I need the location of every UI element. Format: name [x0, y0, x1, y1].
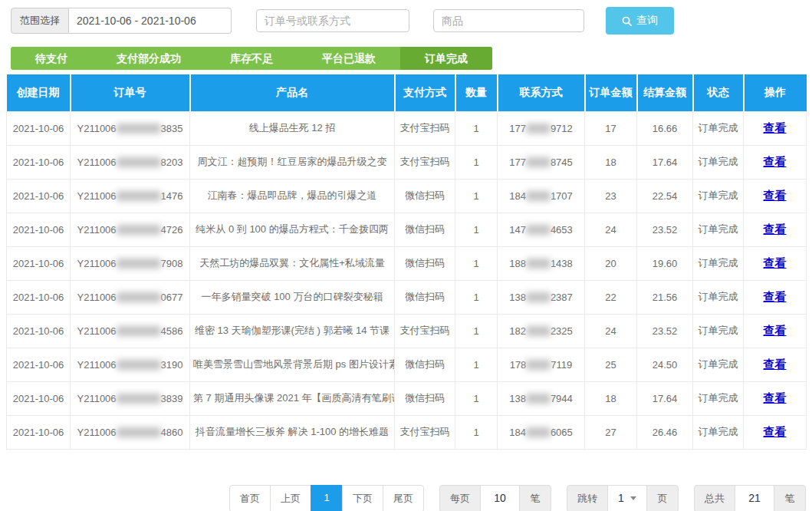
col-order-number: 订单号	[71, 74, 190, 111]
col-create-date: 创建日期	[7, 74, 71, 111]
product-search-input[interactable]	[433, 9, 584, 32]
jump-unit: 页	[646, 485, 679, 511]
cell-order-number: Y2110064586	[71, 314, 190, 348]
cell-pay-method: 支付宝扫码	[395, 415, 455, 449]
cell-action: 查看	[744, 314, 807, 348]
search-button[interactable]: 查询	[606, 7, 674, 35]
view-link[interactable]: 查看	[764, 256, 787, 269]
cell-order-amount: 24	[585, 213, 637, 246]
filter-toolbar: 范围选择 查询	[0, 0, 812, 35]
view-link[interactable]: 查看	[764, 189, 787, 202]
cell-contact: 1387944	[498, 381, 585, 415]
blurred-order-digits	[117, 394, 161, 404]
cell-status: 订单完成	[693, 246, 744, 280]
first-page-button[interactable]: 首页	[229, 485, 271, 511]
cell-order-amount: 23	[585, 179, 637, 213]
cell-pay-method: 微信扫码	[395, 246, 455, 280]
blurred-phone-digits	[526, 225, 551, 235]
cell-contact: 1822325	[498, 314, 585, 348]
current-page-button[interactable]: 1	[311, 485, 343, 511]
cell-status: 订单完成	[693, 381, 744, 415]
view-link[interactable]: 查看	[764, 324, 787, 337]
cell-product-name: 天然工坊的爆品双翼：文化属性+私域流量	[190, 246, 395, 280]
tab-out-of-stock[interactable]: 库存不足	[205, 47, 298, 70]
view-link[interactable]: 查看	[764, 290, 787, 303]
blurred-phone-digits	[526, 124, 551, 134]
cell-quantity: 1	[455, 213, 498, 246]
jump-page-select[interactable]: 1	[607, 485, 647, 511]
col-quantity: 数量	[455, 74, 498, 111]
cell-order-number: Y2110063190	[71, 348, 190, 381]
cell-action: 查看	[744, 348, 807, 381]
view-link[interactable]: 查看	[764, 391, 787, 404]
cell-order-amount: 27	[585, 415, 637, 449]
cell-product-name: 第 7 期通用头像课 2021 年【画质高清有笔刷课件】	[190, 381, 395, 415]
date-range-input[interactable]	[69, 8, 232, 34]
view-link[interactable]: 查看	[764, 223, 787, 236]
cell-action: 查看	[744, 111, 807, 145]
page-nav-group: 首页 上页 1 下页 尾页	[229, 485, 424, 511]
cell-settle-amount: 19.60	[637, 246, 693, 280]
cell-action: 查看	[744, 415, 807, 449]
cell-create-date: 2021-10-06	[7, 246, 71, 280]
cell-pay-method: 支付宝扫码	[395, 145, 455, 179]
cell-action: 查看	[744, 280, 807, 314]
cell-create-date: 2021-10-06	[7, 111, 71, 145]
cell-settle-amount: 17.64	[637, 381, 693, 415]
blurred-phone-digits	[526, 191, 551, 201]
cell-order-number: Y2110067908	[71, 246, 190, 280]
blurred-order-digits	[117, 157, 161, 167]
cell-order-amount: 22	[585, 280, 637, 314]
cell-product-name: 线上爆品生死 12 招	[190, 111, 395, 145]
per-page-input[interactable]: 10	[480, 485, 520, 511]
cell-order-number: Y2110064726	[71, 213, 190, 246]
orders-table: 创建日期 订单号 产品名 支付方式 数量 联系方式 订单金额 结算金额 状态 操…	[6, 74, 807, 450]
tab-order-complete[interactable]: 订单完成	[400, 47, 492, 70]
total-value: 21	[735, 485, 774, 511]
cell-product-name: 一年多销量突破 100 万台的口碑裂变秘籍	[190, 280, 395, 314]
col-status: 状态	[693, 74, 744, 111]
view-link[interactable]: 查看	[764, 425, 787, 438]
table-header-row: 创建日期 订单号 产品名 支付方式 数量 联系方式 订单金额 结算金额 状态 操…	[7, 74, 807, 111]
view-link[interactable]: 查看	[764, 121, 787, 134]
cell-quantity: 1	[455, 280, 498, 314]
view-link[interactable]: 查看	[764, 358, 787, 371]
order-search-input[interactable]	[256, 9, 409, 32]
prev-page-button[interactable]: 上页	[270, 485, 311, 511]
cell-settle-amount: 26.46	[637, 415, 693, 449]
cell-action: 查看	[744, 145, 807, 179]
blurred-phone-digits	[526, 427, 551, 437]
table-row: 2021-10-06 Y2110063190 唯美雪景雪山雪地风景背景后期 ps…	[7, 348, 807, 381]
next-page-button[interactable]: 下页	[342, 485, 383, 511]
cell-create-date: 2021-10-06	[7, 314, 71, 348]
cell-quantity: 1	[455, 179, 498, 213]
search-icon	[622, 16, 632, 26]
cell-create-date: 2021-10-06	[7, 179, 71, 213]
tab-pending-payment[interactable]: 待支付	[11, 47, 92, 70]
cell-settle-amount: 23.52	[637, 314, 693, 348]
blurred-order-digits	[117, 326, 161, 336]
cell-status: 订单完成	[693, 280, 744, 314]
blurred-order-digits	[117, 124, 161, 134]
blurred-phone-digits	[526, 292, 551, 302]
cell-quantity: 1	[455, 145, 498, 179]
cell-order-amount: 20	[585, 246, 637, 280]
tab-platform-refunded[interactable]: 平台已退款	[298, 47, 400, 70]
date-range-group: 范围选择	[11, 8, 232, 34]
last-page-button[interactable]: 尾页	[383, 485, 424, 511]
cell-action: 查看	[744, 213, 807, 246]
cell-pay-method: 支付宝扫码	[395, 314, 455, 348]
col-actions: 操作	[744, 74, 807, 111]
cell-product-name: 抖音流量增长三板斧 解决 1-100 的增长难题	[190, 415, 395, 449]
table-row: 2021-10-06 Y2110067908 天然工坊的爆品双翼：文化属性+私域…	[7, 246, 807, 280]
cell-status: 订单完成	[693, 415, 744, 449]
caret-down-icon	[630, 496, 636, 500]
blurred-phone-digits	[526, 326, 551, 336]
view-link[interactable]: 查看	[764, 155, 787, 168]
cell-order-number: Y2110068203	[71, 145, 190, 179]
total-group: 总共 21 笔	[694, 485, 806, 511]
tab-partial-payment[interactable]: 支付部分成功	[92, 47, 205, 70]
col-settle-amount: 结算金额	[637, 74, 693, 111]
cell-contact: 1778745	[498, 145, 585, 179]
cell-quantity: 1	[455, 111, 498, 145]
